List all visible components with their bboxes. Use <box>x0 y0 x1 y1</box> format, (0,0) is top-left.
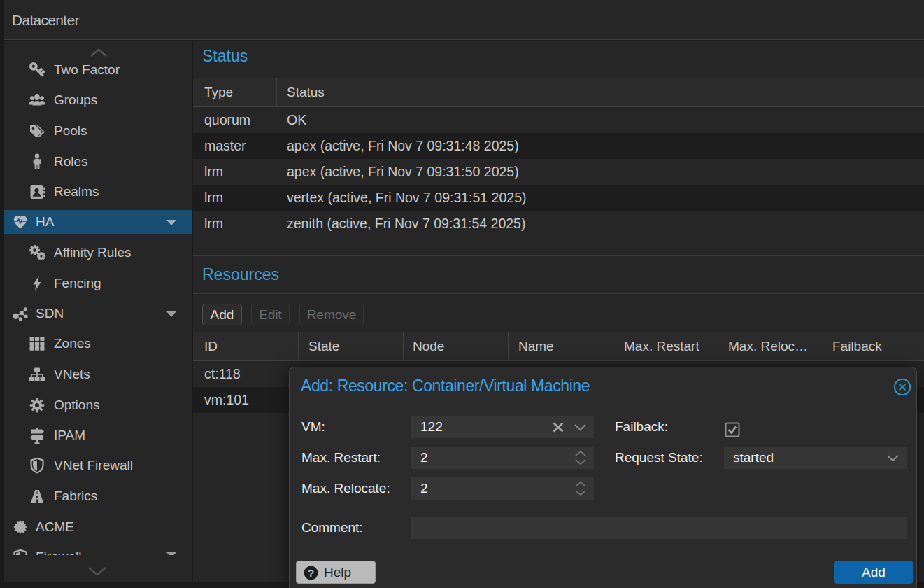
svg-text:?: ? <box>308 567 314 579</box>
